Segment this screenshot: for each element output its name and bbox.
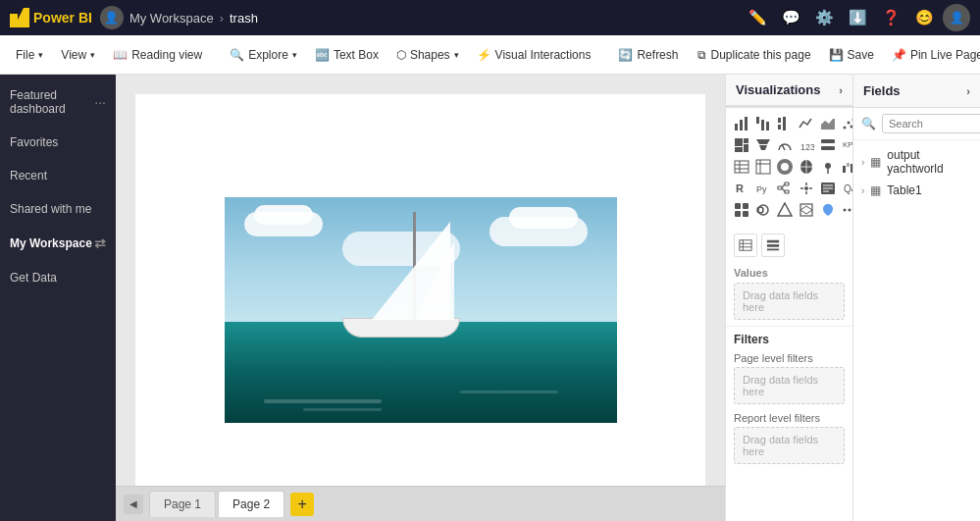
workspace-more-icon[interactable]: ⇄ — [94, 235, 106, 251]
svg-rect-23 — [821, 139, 835, 143]
clustered-bar-icon[interactable] — [775, 114, 795, 133]
visualizations-panel-header[interactable]: Visualizations › — [726, 75, 852, 107]
settings-icon[interactable]: ⚙️ — [809, 3, 839, 32]
page-tab-1[interactable]: Page 1 — [149, 491, 216, 517]
fields-item-output-yachtworld[interactable]: › ▦ output yachtworld — [853, 144, 980, 180]
help-icon[interactable]: ❓ — [876, 3, 905, 32]
more-options-icon[interactable]: ··· — [94, 94, 106, 110]
card-icon[interactable]: 123 — [797, 135, 816, 155]
scatter-chart-icon[interactable] — [840, 114, 853, 133]
shapes-btn[interactable]: ⬡ Shapes ▾ — [388, 44, 467, 66]
comment-icon[interactable]: 💬 — [776, 3, 805, 32]
refresh-btn[interactable]: 🔄 Refresh — [610, 44, 686, 66]
page-level-drop-zone[interactable]: Drag data fields here — [734, 367, 845, 404]
svg-point-52 — [804, 186, 808, 190]
py-visual-icon[interactable]: Py — [753, 179, 773, 198]
user-profile-icon[interactable]: 👤 — [943, 4, 970, 31]
svg-rect-17 — [744, 144, 748, 152]
report-level-drop-zone[interactable]: Drag data fields here — [734, 427, 845, 464]
cloud-4 — [509, 207, 578, 229]
shapes-label: Shapes — [410, 48, 450, 62]
multirow-card-icon[interactable] — [818, 135, 838, 155]
custom-viz-2[interactable] — [753, 200, 773, 220]
workspace-link[interactable]: My Workspace — [129, 11, 214, 26]
power-bi-logo: Power BI — [10, 8, 92, 27]
svg-rect-15 — [735, 138, 743, 146]
water-reflection-1 — [264, 399, 382, 403]
save-btn[interactable]: 💾 Save — [821, 44, 882, 66]
svg-rect-76 — [740, 240, 751, 251]
custom-viz-3[interactable] — [775, 200, 795, 220]
qa-icon[interactable]: Q&A — [840, 179, 853, 198]
fields-tree: › ▦ output yachtworld › ▦ Table1 — [853, 140, 980, 205]
svg-rect-42 — [847, 163, 850, 167]
decomp-tree-icon[interactable] — [775, 179, 795, 198]
user-avatar[interactable]: 👤 — [100, 6, 124, 29]
values-label: Values — [734, 267, 845, 279]
fields-search-input[interactable] — [882, 114, 980, 133]
view-label: View — [61, 48, 86, 62]
view-menu[interactable]: View ▾ — [53, 44, 103, 66]
visual-interactions-btn[interactable]: ⚡ Visual Interactions — [469, 44, 599, 66]
treemap-icon[interactable] — [732, 135, 751, 155]
page-arrow-left[interactable]: ◀ — [124, 495, 143, 514]
sidebar-item-featured[interactable]: Featured dashboard ··· — [0, 78, 116, 126]
custom-viz-4[interactable] — [797, 200, 816, 220]
viz-fields-extra-icon[interactable] — [761, 234, 785, 257]
pin-live-btn[interactable]: 📌 Pin Live Page — [884, 44, 980, 66]
page-level-filters-group: Page level filters Drag data fields here — [734, 352, 845, 404]
line-chart-icon[interactable] — [797, 114, 816, 133]
reading-label: Reading view — [131, 48, 202, 62]
sidebar-item-getdata[interactable]: Get Data — [0, 261, 116, 294]
sidebar-item-shared[interactable]: Shared with me — [0, 192, 116, 226]
map-icon[interactable] — [818, 157, 838, 177]
edit-icon[interactable]: ✏️ — [743, 3, 772, 32]
area-chart-icon[interactable] — [818, 114, 838, 133]
main-area: Featured dashboard ··· Favorites Recent … — [0, 75, 980, 521]
page-level-label: Page level filters — [734, 352, 845, 364]
values-drop-zone[interactable]: Drag data fields here — [734, 283, 845, 320]
reading-view-btn[interactable]: 📖 Reading view — [105, 44, 210, 66]
breadcrumb-separator: › — [220, 11, 224, 26]
gauge-icon[interactable] — [775, 135, 795, 155]
svg-rect-6 — [778, 118, 781, 123]
add-page-btn[interactable]: + — [290, 493, 314, 516]
more-viz-icon[interactable] — [840, 200, 853, 220]
emoji-icon[interactable]: 😊 — [909, 3, 939, 32]
filled-map-icon[interactable] — [797, 157, 816, 177]
page-canvas[interactable] — [135, 94, 705, 486]
r-visual-icon[interactable]: R — [732, 179, 751, 198]
download-icon[interactable]: ⬇️ — [843, 3, 872, 32]
sidebar-item-favorites[interactable]: Favorites — [0, 126, 116, 159]
smart-narrative-icon[interactable] — [818, 179, 838, 198]
key-influencers-icon[interactable] — [797, 179, 816, 198]
bar-chart-icon[interactable] — [732, 114, 751, 133]
waterfall-icon[interactable] — [840, 157, 853, 177]
textbox-btn[interactable]: 🔤 Text Box — [307, 44, 387, 66]
column-chart-icon[interactable] — [753, 114, 773, 133]
table-icon-2: ▦ — [870, 183, 881, 197]
file-label: File — [16, 48, 34, 62]
svg-rect-69 — [743, 211, 748, 217]
matrix-icon[interactable] — [753, 157, 773, 177]
donut-icon[interactable] — [775, 157, 795, 177]
funnel-icon[interactable] — [753, 135, 773, 155]
kpi-icon[interactable]: KPI — [840, 135, 853, 155]
sidebar-item-recent[interactable]: Recent — [0, 159, 116, 192]
fields-collapse-icon[interactable]: › — [966, 85, 970, 97]
viz-collapse-icon[interactable]: › — [839, 84, 843, 96]
fields-panel-header[interactable]: Fields › — [852, 75, 980, 107]
file-menu[interactable]: File ▾ — [8, 44, 51, 66]
breadcrumb: 👤 My Workspace › trash — [100, 6, 735, 29]
page-tab-2[interactable]: Page 2 — [218, 491, 284, 517]
sidebar-item-workspace[interactable]: My Workspace ⇄ — [0, 226, 116, 261]
svg-rect-7 — [778, 125, 781, 130]
viz-table-extra-icon[interactable] — [734, 234, 757, 257]
table-icon[interactable] — [732, 157, 751, 177]
azure-maps-icon[interactable] — [818, 200, 838, 220]
fields-item-table1[interactable]: › ▦ Table1 — [853, 180, 980, 201]
custom-viz-1[interactable] — [732, 200, 751, 220]
table-icon-1: ▦ — [870, 155, 881, 169]
explore-btn[interactable]: 🔍 Explore ▾ — [222, 44, 305, 66]
duplicate-btn[interactable]: ⧉ Duplicate this page — [690, 44, 818, 66]
